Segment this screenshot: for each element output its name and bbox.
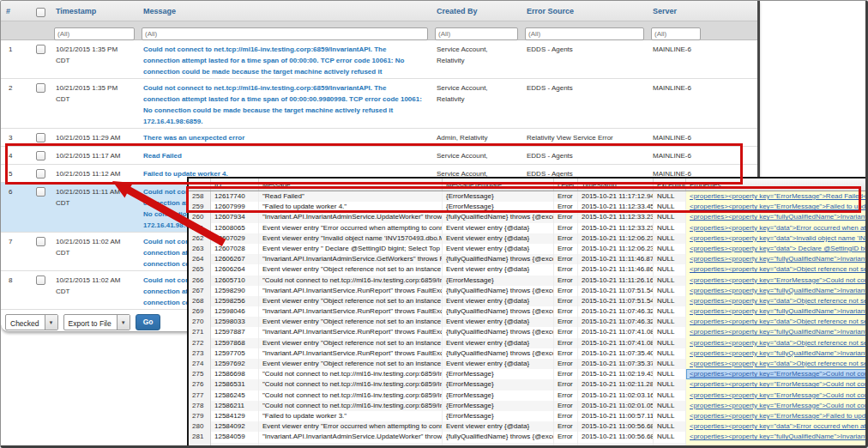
detail-col-id[interactable]: ID xyxy=(211,179,259,191)
detail-rownum[interactable]: 280 xyxy=(189,421,211,432)
col-header-error-source[interactable]: Error Source xyxy=(521,1,648,21)
detail-col-message[interactable]: Message xyxy=(259,179,443,191)
detail-rownum[interactable]: 278 xyxy=(189,401,211,411)
error-row-2[interactable]: 210/21/2015 1:35 PM CDTCould not connect… xyxy=(1,79,757,129)
detail-rownum[interactable]: 258 xyxy=(189,191,211,202)
properties-link[interactable]: <properties><property key="fullyQualifie… xyxy=(690,307,867,315)
detail-row-282[interactable]: 28212581318Event viewer entry " on Job L… xyxy=(189,443,867,448)
col-header-server[interactable]: Server xyxy=(648,1,757,21)
detail-rownum[interactable]: 282 xyxy=(189,443,211,448)
detail-rownum[interactable]: 279 xyxy=(189,411,211,421)
detail-row-268[interactable]: 26812598256Event viewer entry "Object re… xyxy=(189,296,867,306)
detail-row-272[interactable]: 27212597868Event viewer entry "Object re… xyxy=(189,338,867,348)
properties-link[interactable]: <properties><property key="data">Error o… xyxy=(690,422,867,430)
detail-row-271[interactable]: 27112597887"Invariant.API.InvariantServi… xyxy=(189,327,867,337)
timestamp-filter-input[interactable] xyxy=(54,27,135,40)
detail-col-level[interactable]: Level xyxy=(554,179,578,191)
detail-row-264[interactable]: 26412606267"Invariant.API.InvariantAdmin… xyxy=(189,254,867,264)
detail-row-259[interactable]: 25912607999"Failed to update worker 4."{… xyxy=(189,202,867,212)
detail-row-280[interactable]: 28012584092Event viewer entry "Error occ… xyxy=(189,421,867,432)
detail-rownum[interactable]: 263 xyxy=(189,244,211,254)
error-message-link[interactable]: Could not connect to net.tcp://ml16-inv.… xyxy=(138,79,431,128)
row-checkbox[interactable] xyxy=(36,275,45,285)
detail-row-265[interactable]: 26512606264Event viewer entry "Object re… xyxy=(189,264,867,275)
select-all-checkbox[interactable] xyxy=(36,8,45,17)
detail-rownum[interactable]: 271 xyxy=(189,327,211,337)
detail-rownum[interactable]: 259 xyxy=(189,202,211,212)
detail-rownum[interactable]: 261 xyxy=(189,223,211,233)
chevron-down-icon[interactable]: ▼ xyxy=(45,315,57,330)
detail-row-274[interactable]: 27412597692Event viewer entry "Object re… xyxy=(189,359,867,369)
col-header-timestamp[interactable]: Timestamp xyxy=(51,1,138,21)
error-message-link[interactable]: Could not connect to net.tcp://ml16-inv.… xyxy=(138,40,431,78)
error-source-filter-input[interactable] xyxy=(525,27,644,40)
detail-rownum[interactable]: 269 xyxy=(189,306,211,317)
properties-link[interactable]: <properties><property key="ErrorMessage"… xyxy=(690,192,867,200)
detail-row-273[interactable]: 27312597705"Invariant.API.InvariantServi… xyxy=(189,348,867,359)
detail-rownum[interactable]: 264 xyxy=(189,254,211,264)
detail-row-260[interactable]: 26012607934"Invariant.API.InvariantAdmin… xyxy=(189,212,867,222)
detail-row-275[interactable]: 27512586698"Could not connect to net.tcp… xyxy=(189,369,867,379)
properties-link[interactable]: <properties><property key="data">Object … xyxy=(690,265,867,273)
error-row-4[interactable]: 410/21/2015 11:17 AM CDTRead FailedServi… xyxy=(1,147,757,165)
row-checkbox[interactable] xyxy=(36,187,45,197)
col-header-message[interactable]: Message xyxy=(138,1,431,21)
properties-link[interactable]: <properties><property key="ErrorMessage"… xyxy=(690,380,867,388)
detail-rownum[interactable]: 277 xyxy=(189,390,211,401)
col-header-number[interactable]: # xyxy=(1,1,25,21)
detail-row-281[interactable]: 28112584059"Invariant.API.InvariantAdmin… xyxy=(189,432,867,442)
properties-link[interactable]: <properties><property key="data"> on Job… xyxy=(690,444,867,448)
detail-row-277[interactable]: 27712586245"Could not connect to net.tcp… xyxy=(189,390,867,401)
checked-scope-select[interactable]: Checked ▼ xyxy=(5,314,58,330)
properties-link[interactable]: <properties><property key="ErrorMessage"… xyxy=(690,412,867,420)
properties-link[interactable]: <properties><property key="ErrorMessage"… xyxy=(690,370,867,378)
detail-rownum[interactable]: 266 xyxy=(189,275,211,286)
row-checkbox[interactable] xyxy=(36,133,45,142)
properties-link[interactable]: <properties><property key="fullyQualifie… xyxy=(690,433,867,440)
detail-rownum[interactable]: 274 xyxy=(189,359,211,369)
detail-row-258[interactable]: 25812617740"Read Failed"{ErrorMessage}Er… xyxy=(189,191,867,202)
row-checkbox[interactable] xyxy=(36,83,45,93)
row-checkbox[interactable] xyxy=(36,45,45,54)
properties-link[interactable]: <properties><property key="ErrorMessage"… xyxy=(690,402,867,409)
row-checkbox[interactable] xyxy=(36,237,45,246)
go-button[interactable]: Go xyxy=(136,314,161,330)
detail-rownum[interactable]: 275 xyxy=(189,369,211,379)
detail-row-263[interactable]: 26312607028Event viewer entry " Declare … xyxy=(189,244,867,254)
created-by-filter-input[interactable] xyxy=(435,27,518,40)
properties-link[interactable]: <properties><property key="data">Invalid… xyxy=(690,234,867,242)
detail-row-267[interactable]: 26712598290"Invariant.API.InvariantServi… xyxy=(189,286,867,296)
properties-link[interactable]: <properties><property key="fullyQualifie… xyxy=(690,287,867,294)
detail-row-266[interactable]: 26612605710"Could not connect to net.tcp… xyxy=(189,275,867,286)
row-checkbox[interactable] xyxy=(36,151,45,160)
properties-link[interactable]: <properties><property key="data">Object … xyxy=(690,339,867,347)
properties-link[interactable]: <properties><property key="data">Object … xyxy=(690,360,867,367)
error-message-link[interactable]: Read Failed xyxy=(138,147,431,164)
detail-row-276[interactable]: 27612586531"Could not connect to net.tcp… xyxy=(189,379,867,390)
chevron-down-icon[interactable]: ▼ xyxy=(117,315,130,330)
detail-rownum[interactable]: 268 xyxy=(189,296,211,306)
properties-link[interactable]: <properties><property key="ErrorMessage"… xyxy=(690,391,867,399)
detail-rownum[interactable]: 272 xyxy=(189,338,211,348)
properties-link[interactable]: <properties><property key="fullyQualifie… xyxy=(690,255,867,263)
col-header-created-by[interactable]: Created By xyxy=(431,1,521,21)
detail-rownum[interactable]: 267 xyxy=(189,286,211,296)
detail-row-262[interactable]: 26212607029Event viewer entry "Invalid o… xyxy=(189,233,867,244)
detail-rownum[interactable]: 273 xyxy=(189,348,211,359)
detail-row-269[interactable]: 26912598046"Invariant.API.InvariantServi… xyxy=(189,306,867,317)
detail-rownum[interactable]: 276 xyxy=(189,379,211,390)
row-checkbox[interactable] xyxy=(36,169,45,179)
detail-row-261[interactable]: 26112608065Event viewer entry "Error occ… xyxy=(189,223,867,233)
properties-link[interactable]: <properties><property key="data">Object … xyxy=(690,297,867,305)
error-message-link[interactable]: There was an unexpected error xyxy=(138,129,431,146)
detail-row-278[interactable]: 27812586211"Could not connect to net.tcp… xyxy=(189,401,867,411)
properties-link[interactable]: <properties><property key="fullyQualifie… xyxy=(690,213,867,221)
server-filter-input[interactable] xyxy=(651,27,701,40)
properties-link[interactable]: <properties><property key="ErrorMessage"… xyxy=(690,276,867,284)
detail-rownum[interactable]: 262 xyxy=(189,233,211,244)
detail-row-270[interactable]: 27012598033Event viewer entry "Object re… xyxy=(189,317,867,327)
properties-link[interactable]: <properties><property key="fullyQualifie… xyxy=(690,349,867,357)
detail-rownum[interactable]: 265 xyxy=(189,264,211,275)
properties-link[interactable]: <properties><property key="data">Object … xyxy=(690,318,867,325)
properties-link[interactable]: <properties><property key="ErrorMessage"… xyxy=(690,203,867,210)
